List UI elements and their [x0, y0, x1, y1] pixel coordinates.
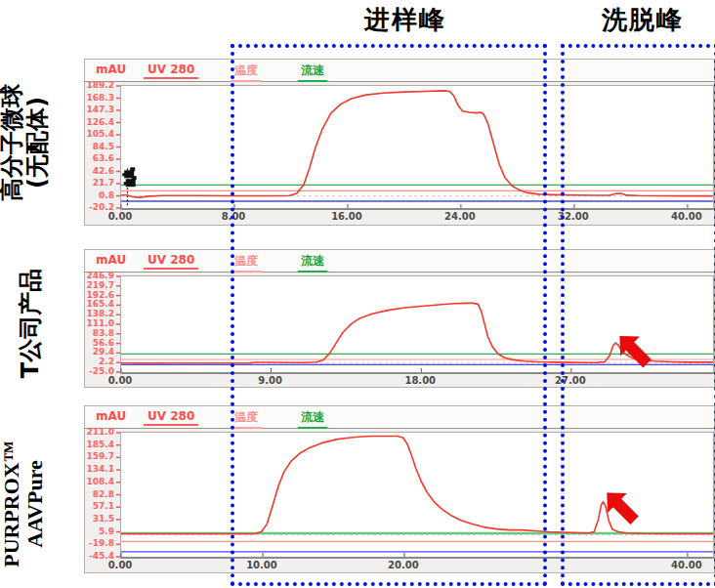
- y-tick-label: 185.4: [75, 440, 114, 449]
- chromatogram-panel-polymer-microsphere: mAU UV 280 温度 流速 189.2168.3147.3126.4105…: [84, 59, 715, 226]
- y-tick-label: 168.3: [75, 93, 114, 103]
- x-tick-label: 0.00: [99, 375, 142, 386]
- elution-arrow-icon: [597, 483, 644, 530]
- row-label-purprox-aavpure: PURPROX™ AAVPure: [0, 421, 55, 587]
- flow-curve-label[interactable]: 流速: [298, 409, 327, 429]
- y-tick-label: 108.4: [75, 477, 114, 486]
- uv280-curve-label[interactable]: UV 280: [144, 253, 198, 270]
- y-tick-label: 192.6: [75, 290, 114, 300]
- y-tick-label: 165.4: [75, 299, 114, 309]
- x-tick-label: 0.00: [99, 560, 142, 570]
- y-tick-label: 21.7: [75, 178, 114, 188]
- row-label-line: T公司产品: [19, 250, 44, 397]
- y-tick-label: 83.8: [75, 328, 114, 338]
- uv-trace: [121, 437, 713, 534]
- y-tick-label: 31.5: [75, 514, 114, 524]
- y-tick-label: 147.3: [75, 105, 114, 114]
- curve-legend-bar: mAU UV 280 温度 流速: [85, 250, 714, 273]
- y-tick-label: 82.8: [75, 489, 114, 499]
- y-tick-label: 5.9: [75, 526, 114, 536]
- curve-legend-bar: mAU UV 280 温度 流速: [85, 60, 714, 82]
- y-tick-label: 84.5: [75, 142, 114, 151]
- y-tick-label: 246.9: [75, 271, 114, 280]
- y-tick-label: 219.7: [75, 280, 114, 290]
- chromatogram-canvas: [121, 86, 713, 208]
- row-label-line: AAVPure: [23, 421, 47, 587]
- uv-trace: [121, 91, 713, 197]
- chromatogram-plot: [120, 85, 714, 210]
- x-tick-label: 0.00: [99, 211, 142, 222]
- y-tick-label: 211.0: [75, 427, 114, 437]
- chromatogram-canvas: [121, 276, 713, 372]
- elution-arrow-icon: [610, 326, 657, 373]
- y-tick-label: 63.6: [75, 153, 114, 163]
- y-tick-label: 134.1: [75, 464, 114, 474]
- y-tick-label: 56.6: [75, 338, 114, 348]
- y-tick-label: 29.4: [75, 347, 114, 357]
- y-axis: 211.0185.4159.7134.1108.482.857.131.55.9…: [85, 406, 118, 572]
- x-tick-label: 18.00: [399, 375, 442, 386]
- y-tick-label: 138.2: [75, 309, 114, 318]
- y-tick-label: 0.8: [75, 190, 114, 200]
- chromatogram-panel-company-t: mAU UV 280 温度 流速 246.9219.7192.6165.4138…: [84, 249, 715, 388]
- y-tick-label: 111.0: [75, 318, 114, 328]
- y-tick-label: 42.6: [75, 166, 114, 176]
- row-label-line: (无配体): [25, 50, 51, 235]
- curve-legend-bar: mAU UV 280 温度 流速: [85, 406, 714, 429]
- y-tick-label: 57.1: [75, 501, 114, 511]
- y-tick-label: 105.4: [75, 129, 114, 139]
- uv280-curve-label[interactable]: UV 280: [144, 63, 198, 79]
- x-tick-label: 20.00: [382, 560, 425, 570]
- y-axis: 246.9219.7192.6165.4138.2111.083.856.629…: [85, 250, 118, 387]
- temperature-curve-label[interactable]: 温度: [231, 253, 261, 273]
- chromatogram-plot: [120, 432, 714, 559]
- uv280-curve-label[interactable]: UV 280: [144, 409, 198, 426]
- x-tick-label: 8.00: [212, 211, 255, 222]
- x-tick-label: 24.00: [439, 211, 482, 222]
- chromatogram-panel-purprox-aavpure: mAU UV 280 温度 流速 211.0185.4159.7134.1108…: [84, 405, 715, 573]
- y-tick-label: 126.4: [75, 117, 114, 127]
- y-tick-label: -19.8: [75, 538, 114, 548]
- y-axis: 189.2168.3147.3126.4105.484.563.642.621.…: [85, 60, 118, 225]
- row-label-line: 高分子微球: [0, 50, 25, 235]
- y-tick-label: 2.2: [75, 357, 114, 366]
- y-tick-label: 159.7: [75, 451, 114, 461]
- flow-curve-label[interactable]: 流速: [298, 253, 327, 273]
- elution-peak-title: 洗脱峰: [569, 4, 715, 35]
- temperature-curve-label[interactable]: 温度: [231, 63, 261, 82]
- x-tick-label: 10.00: [240, 560, 283, 570]
- x-tick-label: 9.00: [249, 375, 292, 386]
- x-tick-label: 27.00: [549, 375, 592, 386]
- y-tick-label: 189.2: [75, 80, 114, 90]
- x-tick-label: 40.00: [665, 560, 708, 570]
- row-label-polymer-microsphere: 高分子微球 (无配体): [0, 50, 59, 235]
- flow-curve-label[interactable]: 流速: [298, 63, 327, 82]
- injection-peak-title: 进样峰: [322, 4, 488, 35]
- x-tick-label: 16.00: [325, 211, 368, 222]
- row-label-company-t-product: T公司产品: [19, 250, 48, 397]
- chromatogram-plot: [120, 275, 714, 374]
- chromatogram-canvas: [121, 433, 713, 557]
- x-tick-label: 40.00: [665, 211, 708, 222]
- temperature-curve-label[interactable]: 温度: [231, 409, 261, 429]
- row-label-line: PURPROX™: [0, 421, 23, 587]
- x-tick-label: 32.00: [552, 211, 595, 222]
